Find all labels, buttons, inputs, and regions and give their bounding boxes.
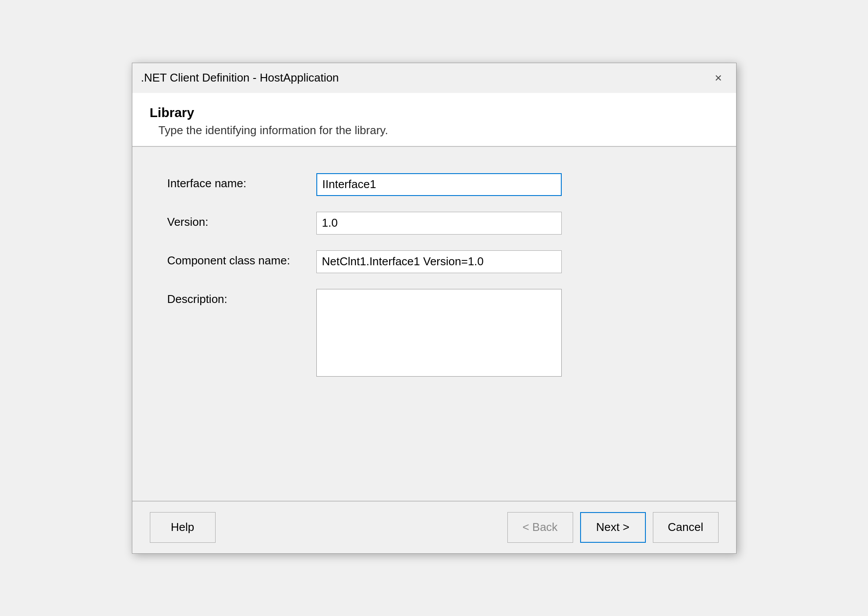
cancel-button[interactable]: Cancel bbox=[653, 512, 719, 543]
description-input[interactable] bbox=[316, 289, 562, 377]
interface-name-row: Interface name: bbox=[167, 173, 701, 196]
header-section: Library Type the identifying information… bbox=[132, 93, 736, 146]
next-button[interactable]: Next > bbox=[580, 512, 646, 543]
close-button[interactable]: × bbox=[710, 69, 727, 87]
content-area: Interface name: Version: Component class… bbox=[132, 147, 736, 501]
footer: Help < Back Next > Cancel bbox=[132, 501, 736, 553]
footer-right: < Back Next > Cancel bbox=[507, 512, 719, 543]
dialog: .NET Client Definition - HostApplication… bbox=[132, 63, 737, 554]
component-class-row: Component class name: bbox=[167, 250, 701, 273]
version-label: Version: bbox=[167, 212, 316, 229]
version-input[interactable] bbox=[316, 212, 562, 235]
component-class-label: Component class name: bbox=[167, 250, 316, 267]
description-row: Description: bbox=[167, 289, 701, 377]
interface-name-label: Interface name: bbox=[167, 173, 316, 190]
title-bar: .NET Client Definition - HostApplication… bbox=[132, 63, 736, 93]
component-class-input[interactable] bbox=[316, 250, 562, 273]
description-label: Description: bbox=[167, 289, 316, 306]
back-button[interactable]: < Back bbox=[507, 512, 573, 543]
header-subtitle: Type the identifying information for the… bbox=[159, 124, 719, 137]
footer-left: Help bbox=[150, 512, 216, 543]
header-title: Library bbox=[150, 105, 719, 120]
help-button[interactable]: Help bbox=[150, 512, 216, 543]
dialog-title: .NET Client Definition - HostApplication bbox=[141, 71, 339, 85]
interface-name-input[interactable] bbox=[316, 173, 562, 196]
version-row: Version: bbox=[167, 212, 701, 235]
